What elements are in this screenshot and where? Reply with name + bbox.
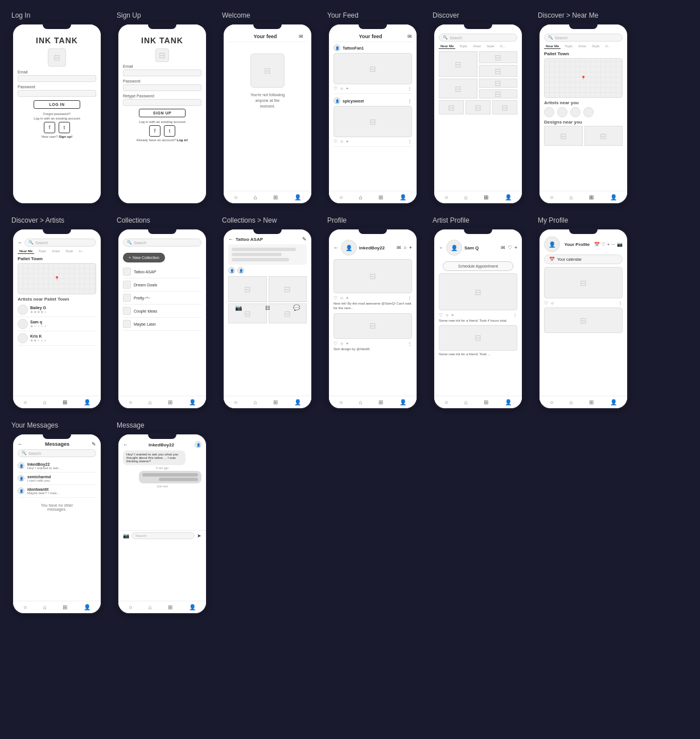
- schedule-button[interactable]: Schedule Appointment: [443, 261, 513, 271]
- heart-icon[interactable]: ♡: [544, 301, 548, 306]
- calendar-icon[interactable]: 📅: [594, 242, 600, 247]
- camera-icon[interactable]: 📷: [235, 305, 242, 311]
- tab-4[interactable]: U...: [77, 249, 85, 254]
- nav-icon-1[interactable]: ⌂: [149, 399, 152, 405]
- tab-0[interactable]: Near Me: [544, 44, 561, 49]
- nav-icon-3[interactable]: 👤: [610, 399, 617, 405]
- more-icon[interactable]: ⋮: [618, 301, 623, 306]
- tab-0[interactable]: Near Me: [18, 249, 34, 254]
- add-icon[interactable]: +: [607, 242, 610, 247]
- camera-icon[interactable]: 📷: [123, 533, 129, 539]
- edit-icon[interactable]: ✎: [302, 236, 307, 242]
- nav-icon-0[interactable]: ○: [550, 194, 553, 200]
- more-icon[interactable]: ⋮: [407, 86, 412, 91]
- nav-icon-2[interactable]: ⊞: [484, 399, 488, 405]
- heart-icon[interactable]: ♡: [602, 242, 606, 247]
- comment-icon[interactable]: ○: [340, 86, 343, 91]
- heart-icon[interactable]: ♡: [508, 245, 512, 251]
- camera-icon[interactable]: 📷: [617, 242, 623, 247]
- nav-icon-1[interactable]: ⌂: [464, 194, 468, 200]
- nav-icon-1[interactable]: ⌂: [359, 399, 363, 405]
- nav-icon-2[interactable]: ⊞: [273, 399, 278, 405]
- artist-avatar-3[interactable]: [570, 107, 580, 117]
- tab-near-me[interactable]: Near Me: [439, 44, 455, 49]
- username-1[interactable]: TattooFan1: [343, 46, 364, 50]
- nav-icon-3[interactable]: 👤: [294, 399, 301, 405]
- more-icon-2b[interactable]: ⋮: [407, 139, 412, 144]
- nav-icon-3[interactable]: 👤: [189, 399, 196, 405]
- search-bar[interactable]: 🔍 Search: [24, 239, 96, 247]
- artist-list-item[interactable]: Sam q ★★★★★: [18, 317, 96, 331]
- facebook-button[interactable]: f: [149, 125, 160, 137]
- twitter-button[interactable]: t: [59, 122, 70, 133]
- tab-1[interactable]: Topic: [36, 249, 48, 254]
- nav-icon-1[interactable]: ⌂: [254, 399, 257, 405]
- login-link[interactable]: Log in!: [177, 138, 188, 142]
- message-input[interactable]: Search: [131, 532, 195, 539]
- message-list-item[interactable]: 👤 InkedBoy22 Hey! I wanted to ask...: [18, 460, 96, 473]
- nav-icon-0[interactable]: ○: [550, 399, 553, 405]
- tab-1[interactable]: Topic: [563, 44, 574, 49]
- nav-icon-2[interactable]: ⊞: [63, 399, 67, 405]
- comment-icon-2[interactable]: ○: [340, 341, 343, 346]
- nav-icon-0[interactable]: ○: [339, 399, 343, 405]
- nav-icon-3[interactable]: 👤: [400, 399, 406, 405]
- more-icon-2[interactable]: ⋮: [407, 341, 412, 346]
- calendar-row[interactable]: 📅 Your calendar: [544, 254, 623, 264]
- tab-2[interactable]: Artist: [577, 44, 588, 49]
- forgot-password[interactable]: Forgot password?: [18, 112, 96, 116]
- facebook-button[interactable]: f: [44, 122, 55, 133]
- back-arrow[interactable]: ←: [18, 240, 23, 245]
- comment-icon[interactable]: 💬: [293, 305, 300, 311]
- heart-icon[interactable]: ♡: [333, 86, 337, 91]
- password-input[interactable]: [123, 84, 201, 91]
- nav-icon-2[interactable]: ⊞: [589, 194, 594, 200]
- tab-u...[interactable]: U...: [498, 44, 507, 49]
- heart-icon-2[interactable]: ♡: [333, 139, 337, 144]
- mail-icon[interactable]: ✉: [299, 34, 303, 39]
- nav-icon-3[interactable]: 👤: [400, 194, 406, 200]
- collection-item[interactable]: Couple Ideas: [123, 305, 201, 318]
- nav-icon-3[interactable]: 👤: [294, 194, 301, 200]
- nav-icon-0[interactable]: ○: [23, 604, 27, 610]
- nav-icon-1[interactable]: ⌂: [570, 399, 573, 405]
- mail-icon[interactable]: ✉: [407, 34, 412, 39]
- edit-icon[interactable]: ✎: [92, 441, 96, 447]
- tab-3[interactable]: Style: [590, 44, 601, 49]
- collection-item[interactable]: Dream Goals: [123, 278, 201, 292]
- save-icon-2[interactable]: +: [346, 341, 349, 346]
- nav-icon-2[interactable]: ⊞: [378, 194, 383, 200]
- nav-icon-2[interactable]: ⊞: [168, 604, 172, 610]
- image-icon[interactable]: ⊟: [265, 305, 270, 311]
- signup-button[interactable]: SIGN UP: [139, 109, 186, 117]
- nav-icon-1[interactable]: ⌂: [43, 604, 47, 610]
- nav-icon-2[interactable]: ⊞: [484, 194, 488, 200]
- nav-icon-1[interactable]: ⌂: [359, 194, 363, 200]
- more-icon-2[interactable]: ⋮: [407, 98, 412, 104]
- collection-item[interactable]: Maybe Later: [123, 318, 201, 331]
- nav-icon-0[interactable]: ○: [234, 194, 237, 200]
- save-icon[interactable]: +: [346, 86, 349, 91]
- artist-list-item[interactable]: Kris K ★★★★★: [18, 331, 96, 346]
- retype-password-input[interactable]: [123, 99, 201, 106]
- nav-icon-0[interactable]: ○: [444, 399, 448, 405]
- nav-icon-2[interactable]: ⊞: [589, 399, 594, 405]
- collection-item[interactable]: Tattoo ASAP: [123, 265, 201, 278]
- collection-item[interactable]: Pretty~*~: [123, 292, 201, 305]
- nav-icon-1[interactable]: ⌂: [149, 604, 152, 610]
- twitter-button[interactable]: t: [164, 125, 175, 137]
- search-bar[interactable]: 🔍 Search: [439, 34, 517, 42]
- save-icon[interactable]: ○: [403, 245, 406, 251]
- nav-icon-0[interactable]: ○: [339, 194, 343, 200]
- tab-3[interactable]: Style: [64, 249, 75, 254]
- artist-avatar-2[interactable]: [557, 107, 567, 117]
- nav-icon-0[interactable]: ○: [234, 399, 237, 405]
- send-icon[interactable]: ➤: [197, 533, 201, 539]
- heart-icon[interactable]: ♡: [333, 295, 337, 301]
- heart-icon-2[interactable]: ♡: [333, 341, 337, 346]
- comment-icon[interactable]: ○: [340, 295, 343, 301]
- save-icon[interactable]: +: [451, 313, 454, 318]
- comment-icon[interactable]: ○: [551, 301, 554, 306]
- nav-icon-3[interactable]: 👤: [189, 604, 196, 610]
- nav-icon-2[interactable]: ⊞: [378, 399, 383, 405]
